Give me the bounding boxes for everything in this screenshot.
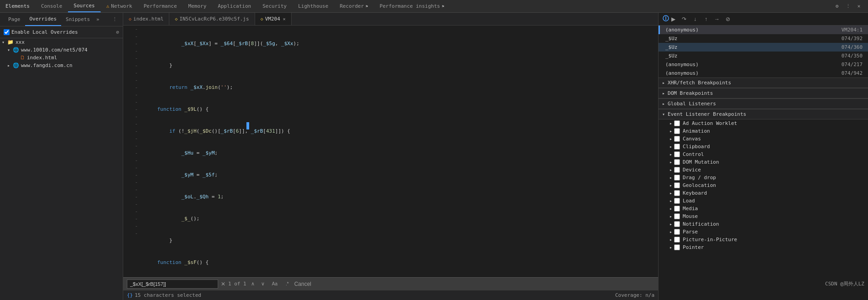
- line-numbers: - - - - - - - - - - - - - - - - - - - -: [123, 26, 141, 277]
- bp-pip[interactable]: ▸ Picture-in-Picture: [659, 236, 868, 243]
- code-editor[interactable]: - - - - - - - - - - - - - - - - - - - -: [123, 26, 658, 277]
- panel-tabs-more-button[interactable]: »: [94, 16, 101, 22]
- call-stack-item-1[interactable]: _$Uz 074/392: [659, 34, 868, 43]
- call-stack-name-4: (anonymous): [665, 62, 842, 67]
- close-devtools-button[interactable]: ✕: [853, 1, 864, 12]
- bp-drag-drop[interactable]: ▸ Drag / drop: [659, 174, 868, 181]
- bp-media[interactable]: ▸ Media: [659, 205, 868, 212]
- tree-item-domain1[interactable]: ▾ 🌐 www.10010.com/net5/074: [0, 46, 123, 54]
- bp-drag-drop-checkbox[interactable]: [674, 175, 680, 181]
- bp-mouse[interactable]: ▸ Mouse: [659, 212, 868, 220]
- tab-performance[interactable]: Performance: [138, 0, 183, 12]
- search-cancel-button[interactable]: Cancel: [294, 281, 311, 287]
- call-stack-item-2[interactable]: _$Uz 074/360: [659, 43, 868, 52]
- file-tab-index-html[interactable]: ◇ index.html: [123, 13, 169, 25]
- bp-ad-auction-checkbox[interactable]: [674, 120, 680, 126]
- tab-security[interactable]: Security: [257, 0, 293, 12]
- ln-21: -: [127, 171, 138, 179]
- panel-tab-page[interactable]: Page: [4, 13, 25, 26]
- bp-control[interactable]: ▸ Control: [659, 150, 868, 158]
- panel-tabs-menu-button[interactable]: ⋮: [110, 16, 119, 22]
- bp-media-checkbox[interactable]: [674, 206, 680, 212]
- bp-animation-checkbox[interactable]: [674, 128, 680, 134]
- bp-keyboard[interactable]: ▸ Keyboard: [659, 189, 868, 197]
- bp-mouse-checkbox[interactable]: [674, 213, 680, 219]
- enable-overrides-label[interactable]: Enable Local Overrides: [11, 29, 78, 35]
- search-match-case-button[interactable]: Aa: [269, 280, 280, 288]
- bp-pointer-arrow: ▸: [669, 245, 672, 250]
- bp-canvas[interactable]: ▸ Canvas: [659, 135, 868, 143]
- search-next-button[interactable]: ∨: [259, 280, 267, 288]
- ln-14: -: [127, 120, 138, 128]
- step-button[interactable]: →: [712, 15, 722, 24]
- settings-button[interactable]: ⚙: [831, 1, 842, 12]
- bp-clipboard[interactable]: ▸ Clipboard: [659, 143, 868, 150]
- step-over-button[interactable]: ↷: [680, 15, 689, 24]
- step-into-button[interactable]: ↓: [690, 15, 700, 24]
- bp-device-checkbox[interactable]: [674, 167, 680, 173]
- bp-dom-mutation[interactable]: ▸ DOM Mutation: [659, 158, 868, 166]
- ln-19: -: [127, 157, 138, 164]
- tab-network[interactable]: ⚠ Network: [101, 0, 138, 12]
- call-stack-item-0[interactable]: (anonymous) VM204:1: [659, 26, 868, 34]
- domain-icon-2: 🌐: [13, 62, 19, 68]
- clear-overrides-button[interactable]: ⊘: [116, 29, 119, 35]
- event-listener-breakpoints-header[interactable]: ▾ Event Listener Breakpoints: [659, 109, 868, 119]
- bp-dom-mutation-checkbox[interactable]: [674, 159, 680, 165]
- code-content[interactable]: _$xX[_$Xx] = _$64[_$rB[8]](_$5g, _$Xx); …: [141, 26, 658, 277]
- bp-load[interactable]: ▸ Load: [659, 197, 868, 205]
- tab-application[interactable]: Application: [212, 0, 257, 12]
- file-tab-vm204[interactable]: ◇ VM204 ✕: [255, 13, 292, 25]
- bp-device[interactable]: ▸ Device: [659, 166, 868, 174]
- global-listeners-header[interactable]: ▸ Global Listeners: [659, 98, 868, 109]
- bp-keyboard-checkbox[interactable]: [674, 190, 680, 196]
- file-tab-vm204-close[interactable]: ✕: [283, 16, 286, 21]
- panel-tab-snippets[interactable]: Snippets: [61, 13, 94, 26]
- ln-11: -: [127, 98, 138, 106]
- bp-control-checkbox[interactable]: [674, 151, 680, 157]
- bp-notification[interactable]: ▸ Notification: [659, 220, 868, 228]
- tab-elements[interactable]: Elements: [0, 0, 36, 12]
- tab-recorder[interactable]: Recorder ⚑: [334, 0, 374, 12]
- tab-lighthouse[interactable]: Lighthouse: [293, 0, 334, 12]
- bp-pointer-checkbox[interactable]: [674, 244, 680, 250]
- call-stack-item-4[interactable]: (anonymous) 074/217: [659, 60, 868, 69]
- bp-clipboard-checkbox[interactable]: [674, 144, 680, 150]
- ln-3: -: [127, 40, 138, 47]
- search-input[interactable]: [127, 279, 218, 289]
- search-prev-button[interactable]: ∧: [249, 280, 256, 288]
- bp-animation[interactable]: ▸ Animation: [659, 127, 868, 135]
- file-tab-js[interactable]: ◇ IN5CvLacRcP6.e309c5f.js: [169, 13, 255, 25]
- call-stack-item-5[interactable]: (anonymous) 074/942: [659, 69, 868, 78]
- step-out-button[interactable]: ↑: [701, 15, 711, 24]
- tree-item-domain2[interactable]: ▸ 🌐 www.fangdi.com.cn: [0, 62, 123, 69]
- bp-parse-checkbox[interactable]: [674, 229, 680, 235]
- bp-canvas-checkbox[interactable]: [674, 136, 680, 142]
- bp-ad-auction[interactable]: ▸ Ad Auction Worklet: [659, 119, 868, 127]
- deactivate-breakpoints-button[interactable]: ⊘: [723, 15, 732, 24]
- bp-notification-checkbox[interactable]: [674, 221, 680, 227]
- dom-breakpoints-header[interactable]: ▸ DOM Breakpoints: [659, 88, 868, 98]
- more-tools-button[interactable]: ⋮: [842, 1, 853, 12]
- bp-parse[interactable]: ▸ Parse: [659, 228, 868, 236]
- code-line-3: return _$xX.join('');: [145, 84, 654, 91]
- bp-pointer[interactable]: ▸ Pointer: [659, 243, 868, 251]
- tree-item-xxx[interactable]: ▾ 📁 xxx: [0, 38, 123, 46]
- bp-geolocation[interactable]: ▸ Geolocation: [659, 181, 868, 189]
- tab-console[interactable]: Console: [36, 0, 68, 12]
- enable-overrides-checkbox[interactable]: [4, 29, 10, 35]
- tab-sources[interactable]: Sources: [68, 0, 100, 12]
- search-clear-button[interactable]: ✕: [221, 281, 225, 287]
- bp-geolocation-checkbox[interactable]: [674, 182, 680, 188]
- tab-memory[interactable]: Memory: [183, 0, 213, 12]
- tab-lighthouse-label: Lighthouse: [298, 3, 328, 9]
- bp-load-checkbox[interactable]: [674, 198, 680, 204]
- panel-tab-overrides[interactable]: Overrides: [25, 13, 62, 26]
- tree-item-index[interactable]: ▸ 🗋 index.html: [0, 54, 123, 62]
- tab-perf-insights[interactable]: Performance insights ⚑: [374, 0, 450, 12]
- search-regex-button[interactable]: .*: [283, 280, 292, 288]
- xhr-breakpoints-header[interactable]: ▸ XHR/fetch Breakpoints: [659, 78, 868, 88]
- resume-button[interactable]: ▶: [669, 15, 678, 24]
- call-stack-item-3[interactable]: _$Uz 074/350: [659, 52, 868, 60]
- bp-pip-checkbox[interactable]: [674, 237, 680, 243]
